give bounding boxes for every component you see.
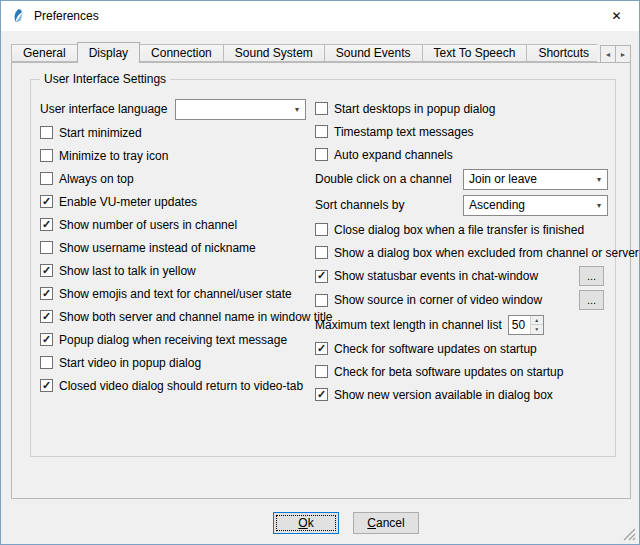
checkbox-show-emojis-and-text-for-state[interactable]: ✓ Show emojis and text for channel/user … — [40, 282, 306, 305]
checkbox-label[interactable]: Show a dialog box when excluded from cha… — [334, 246, 639, 260]
tab-scroll-right-icon[interactable]: ► — [615, 45, 631, 63]
checkbox-show-username-instead-of-nickname[interactable]: ✓ Show username instead of nickname — [40, 236, 306, 259]
checkbox-label[interactable]: Show last to talk in yellow — [59, 264, 196, 278]
tab-scrollers: ◄ ► — [601, 45, 631, 63]
tab-connection[interactable]: Connection — [139, 44, 224, 62]
checkbox-label[interactable]: Check for software updates on startup — [334, 342, 537, 356]
checkbox-box[interactable]: ✓ — [40, 287, 53, 300]
checkbox-label[interactable]: Start video in popup dialog — [59, 356, 201, 370]
checkbox-check-updates-on-startup[interactable]: ✓ Check for software updates on startup — [315, 337, 608, 360]
user-interface-settings-group: User Interface Settings User interface l… — [30, 79, 616, 457]
language-label: User interface language — [40, 102, 167, 116]
language-select[interactable]: ▾ — [175, 99, 306, 120]
close-button[interactable]: ✕ — [594, 1, 639, 31]
checkbox-enable-vu-meter-updates[interactable]: ✓ Enable VU-meter updates — [40, 190, 306, 213]
checkbox-box[interactable]: ✓ — [315, 270, 328, 283]
checkbox-auto-expand-channels[interactable]: ✓ Auto expand channels — [315, 143, 608, 166]
tab-display[interactable]: Display — [77, 42, 140, 63]
checkbox-box[interactable]: ✓ — [40, 379, 53, 392]
checkbox-box[interactable]: ✓ — [315, 388, 328, 401]
tab-text-to-speech[interactable]: Text To Speech — [422, 44, 528, 62]
checkbox-box[interactable]: ✓ — [315, 148, 328, 161]
checkbox-start-minimized[interactable]: ✓ Start minimized — [40, 121, 306, 144]
check-icon: ✓ — [42, 196, 51, 207]
checkbox-label[interactable]: Show number of users in channel — [59, 218, 237, 232]
left-column: User interface language ▾ ✓ Start minimi… — [40, 97, 306, 397]
checkbox-box[interactable]: ✓ — [40, 195, 53, 208]
checkbox-timestamp-text-messages[interactable]: ✓ Timestamp text messages — [315, 120, 608, 143]
checkbox-box[interactable]: ✓ — [315, 365, 328, 378]
max-text-length-spinner[interactable]: 50 ▲ ▼ — [508, 315, 544, 335]
checkbox-statusbar-events-in-chat-window[interactable]: ✓ Show statusbar events in chat-window .… — [315, 264, 608, 288]
checkbox-box[interactable]: ✓ — [315, 125, 328, 138]
checkbox-closed-video-return-to-video-tab[interactable]: ✓ Closed video dialog should return to v… — [40, 374, 306, 397]
spinner-up-icon[interactable]: ▲ — [531, 316, 543, 326]
checkbox-label[interactable]: Enable VU-meter updates — [59, 195, 197, 209]
checkbox-label[interactable]: Close dialog box when a file transfer is… — [334, 223, 584, 237]
checkbox-box[interactable]: ✓ — [315, 223, 328, 236]
checkbox-box[interactable]: ✓ — [40, 333, 53, 346]
checkbox-show-dialog-when-excluded[interactable]: ✓ Show a dialog box when excluded from c… — [315, 241, 608, 264]
tab-shortcuts[interactable]: Shortcuts — [526, 44, 597, 62]
checkbox-label[interactable]: Show username instead of nickname — [59, 241, 256, 255]
checkbox-label[interactable]: Show statusbar events in chat-window — [334, 269, 538, 283]
checkbox-box[interactable]: ✓ — [40, 172, 53, 185]
checkbox-show-server-and-channel-in-title[interactable]: ✓ Show both server and channel name in w… — [40, 305, 306, 328]
checkbox-label[interactable]: Timestamp text messages — [334, 125, 474, 139]
checkbox-box[interactable]: ✓ — [315, 342, 328, 355]
checkbox-box[interactable]: ✓ — [40, 126, 53, 139]
checkbox-show-number-of-users-in-channel[interactable]: ✓ Show number of users in channel — [40, 213, 306, 236]
double-click-channel-select[interactable]: Join or leave ▾ — [463, 169, 608, 190]
checkbox-start-desktops-in-popup-dialog[interactable]: ✓ Start desktops in popup dialog — [315, 97, 608, 120]
checkbox-box[interactable]: ✓ — [40, 241, 53, 254]
checkbox-label[interactable]: Show new version available in dialog box — [334, 388, 553, 402]
checkbox-box[interactable]: ✓ — [40, 356, 53, 369]
check-icon: ✓ — [42, 334, 51, 345]
checkbox-label[interactable]: Always on top — [59, 172, 134, 186]
checkbox-box[interactable]: ✓ — [40, 264, 53, 277]
checkbox-label[interactable]: Check for beta software updates on start… — [334, 365, 563, 379]
checkbox-box[interactable]: ✓ — [315, 294, 328, 307]
checkbox-label[interactable]: Start minimized — [59, 126, 142, 140]
tab-sound-system[interactable]: Sound System — [223, 44, 325, 62]
checkbox-show-source-in-video-window[interactable]: ✓ Show source in corner of video window … — [315, 288, 608, 312]
checkbox-label[interactable]: Minimize to tray icon — [59, 149, 168, 163]
checkbox-close-dialog-when-transfer-finished[interactable]: ✓ Close dialog box when a file transfer … — [315, 218, 608, 241]
double-click-channel-row: Double click on a channel Join or leave … — [315, 166, 608, 192]
chevron-down-icon: ▾ — [593, 201, 605, 210]
spinner-value[interactable]: 50 — [509, 316, 530, 334]
spinner-down-icon[interactable]: ▼ — [531, 325, 543, 334]
checkbox-show-last-to-talk-in-yellow[interactable]: ✓ Show last to talk in yellow — [40, 259, 306, 282]
checkbox-box[interactable]: ✓ — [40, 310, 53, 323]
checkbox-check-beta-updates-on-startup[interactable]: ✓ Check for beta software updates on sta… — [315, 360, 608, 383]
ok-button[interactable]: Ok — [273, 512, 339, 534]
video-source-more-button[interactable]: ... — [579, 290, 604, 310]
checkbox-label[interactable]: Start desktops in popup dialog — [334, 102, 495, 116]
checkbox-always-on-top[interactable]: ✓ Always on top — [40, 167, 306, 190]
checkbox-show-new-version-in-dialog[interactable]: ✓ Show new version available in dialog b… — [315, 383, 608, 406]
tab-sound-events[interactable]: Sound Events — [324, 44, 423, 62]
checkbox-minimize-to-tray-icon[interactable]: ✓ Minimize to tray icon — [40, 144, 306, 167]
checkbox-label[interactable]: Popup dialog when receiving text message — [59, 333, 287, 347]
tab-general[interactable]: General — [11, 44, 78, 62]
checkbox-label[interactable]: Show source in corner of video window — [334, 293, 542, 307]
checkbox-popup-dialog-on-text-message[interactable]: ✓ Popup dialog when receiving text messa… — [40, 328, 306, 351]
checkbox-label[interactable]: Closed video dialog should return to vid… — [59, 379, 303, 393]
statusbar-events-more-button[interactable]: ... — [579, 266, 604, 286]
checkbox-label[interactable]: Show both server and channel name in win… — [59, 310, 333, 324]
checkbox-label[interactable]: Show emojis and text for channel/user st… — [59, 287, 292, 301]
check-icon: ✓ — [42, 380, 51, 391]
close-icon: ✕ — [611, 9, 621, 23]
checkbox-start-video-in-popup-dialog[interactable]: ✓ Start video in popup dialog — [40, 351, 306, 374]
checkbox-label[interactable]: Auto expand channels — [334, 148, 453, 162]
checkbox-box[interactable]: ✓ — [40, 218, 53, 231]
sort-channels-row: Sort channels by Ascending ▾ — [315, 192, 608, 218]
sort-channels-select[interactable]: Ascending ▾ — [463, 195, 608, 216]
titlebar[interactable]: Preferences ✕ — [1, 1, 639, 31]
tab-scroll-left-icon[interactable]: ◄ — [600, 45, 616, 63]
resize-grip[interactable] — [623, 528, 636, 541]
checkbox-box[interactable]: ✓ — [315, 102, 328, 115]
checkbox-box[interactable]: ✓ — [40, 149, 53, 162]
cancel-button[interactable]: Cancel — [353, 512, 419, 534]
checkbox-box[interactable]: ✓ — [315, 246, 328, 259]
